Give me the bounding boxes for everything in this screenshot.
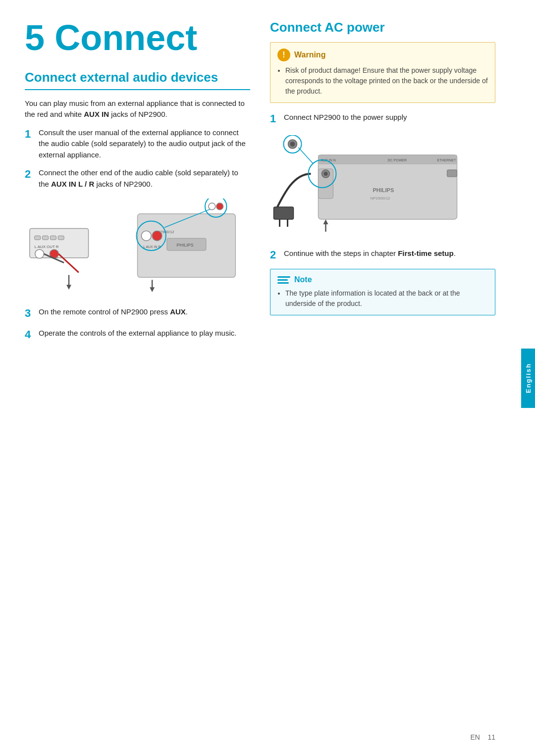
svg-text:DC POWER: DC POWER (388, 158, 407, 162)
svg-rect-2 (43, 236, 49, 240)
footer-lang: EN (470, 733, 480, 741)
note-title: Note (294, 275, 312, 284)
svg-point-17 (152, 231, 162, 241)
warning-icon: ! (277, 49, 290, 61)
footer: EN 11 (470, 733, 495, 741)
step-number-1: 1 (25, 127, 39, 142)
sidebar-language-tab: English (521, 349, 535, 408)
note-item: The type plate information is located at… (285, 288, 488, 309)
warning-text: Risk of product damage! Ensure that the … (277, 65, 488, 97)
left-column: 5 Connect Connect external audio devices… (25, 20, 250, 736)
left-intro-text: You can play music from an external appl… (25, 98, 250, 120)
svg-rect-4 (58, 236, 64, 240)
svg-rect-3 (50, 236, 56, 240)
note-header: Note (277, 275, 488, 284)
chapter-heading: 5 Connect (25, 20, 250, 55)
svg-text:PHILIPS: PHILIPS (177, 243, 194, 248)
sidebar-label: English (525, 363, 532, 393)
svg-point-46 (290, 142, 295, 147)
left-step-2: 2 Connect the other end of the audio cab… (25, 167, 250, 190)
svg-point-22 (209, 203, 215, 210)
step-number-2: 2 (25, 167, 39, 182)
right-step-number-2: 2 (270, 248, 284, 262)
svg-text:ETHERNET: ETHERNET (437, 158, 456, 162)
right-step-number-1: 1 (270, 112, 284, 126)
svg-text:NP2900/12: NP2900/12 (371, 196, 391, 201)
left-step-1: 1 Consult the user manual of the externa… (25, 127, 250, 161)
note-text: The type plate information is located at… (277, 288, 488, 309)
chapter-number: 5 (25, 18, 45, 57)
svg-point-23 (216, 203, 223, 210)
step-text-1: Consult the user manual of the external … (39, 127, 250, 161)
left-section-heading: Connect external audio devices (25, 69, 250, 90)
right-diagram-svg: AUX IN N DC POWER ETHERNET PHILIPS NP290… (270, 135, 495, 239)
step-text-4: Operate the controls of the external app… (39, 328, 236, 339)
svg-marker-41 (323, 219, 328, 224)
svg-rect-37 (274, 207, 294, 219)
svg-marker-25 (150, 287, 155, 292)
warning-box: ! Warning Risk of product damage! Ensure… (270, 42, 495, 103)
svg-text:L  AUX OUT  R: L AUX OUT R (35, 245, 59, 249)
left-step-3: 3 On the remote control of NP2900 press … (25, 306, 250, 321)
step-text-2: Connect the other end of the audio cable… (39, 167, 250, 190)
svg-marker-11 (66, 285, 71, 290)
left-step-4: 4 Operate the controls of the external a… (25, 328, 250, 342)
svg-point-6 (35, 250, 44, 258)
right-step-text-2: Continue with the steps in chapter First… (284, 248, 456, 259)
step-number-3: 3 (25, 306, 39, 321)
right-step-text-1: Connect NP2900 to the power supply (284, 112, 407, 123)
right-illustration: AUX IN N DC POWER ETHERNET PHILIPS NP290… (270, 135, 495, 239)
svg-line-43 (299, 148, 314, 164)
left-illustration: L AUX OUT R PHILIPS NP2900/12 (25, 199, 250, 298)
svg-point-33 (324, 172, 328, 176)
note-box: Note The type plate information is locat… (270, 269, 495, 315)
warning-title: Warning (294, 50, 325, 59)
right-step-2: 2 Continue with the steps in chapter Fir… (270, 248, 495, 262)
note-icon (277, 275, 290, 284)
warning-header: ! Warning (277, 49, 488, 61)
right-section-heading: Connect AC power (270, 20, 495, 35)
svg-point-16 (141, 231, 151, 241)
right-column: Connect AC power ! Warning Risk of produ… (270, 20, 495, 736)
step-number-4: 4 (25, 328, 39, 342)
warning-item: Risk of product damage! Ensure that the … (285, 65, 488, 97)
footer-page: 11 (487, 733, 495, 741)
svg-text:PHILIPS: PHILIPS (373, 187, 394, 193)
left-diagram-svg: L AUX OUT R PHILIPS NP2900/12 (25, 199, 250, 298)
step-text-3: On the remote control of NP2900 press AU… (39, 306, 188, 318)
chapter-title: Connect (54, 18, 197, 57)
svg-rect-36 (447, 170, 457, 177)
page-content: 5 Connect Connect external audio devices… (0, 0, 535, 756)
svg-text:L  AUX IN  R: L AUX IN R (143, 245, 160, 249)
right-step-1: 1 Connect NP2900 to the power supply (270, 112, 495, 126)
svg-rect-1 (35, 236, 41, 240)
